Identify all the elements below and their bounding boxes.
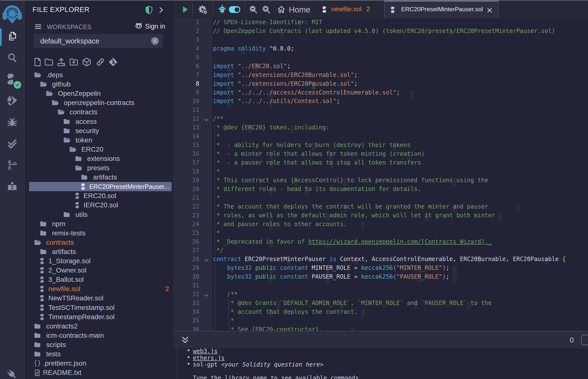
code-content[interactable]: // SPDX-License-Identifier: MIT// OpenZe… (213, 18, 588, 331)
collapse-panel-icon[interactable] (157, 6, 165, 14)
whitespace-artifact (269, 213, 273, 221)
git-clone-icon[interactable] (108, 56, 119, 68)
tree-item-extensions[interactable]: extensions (25, 154, 173, 163)
zoom-out-icon[interactable] (248, 5, 258, 14)
code-line-8: import "../extensions/ERC20Pausable.sol"… (213, 79, 588, 88)
tree-item-token[interactable]: token (25, 136, 173, 145)
bullet-dot: • (187, 361, 190, 367)
tree-item--deps[interactable]: .deps (25, 70, 173, 79)
tree-item-2-owner-sol[interactable]: 2_Owner.sol (25, 266, 173, 275)
tree-item-tests[interactable]: tests (25, 349, 173, 359)
tree-item-security[interactable]: security (25, 126, 173, 136)
terminal-panel[interactable]: •web3.js•ethers.js•sol-gpt <your Solidit… (173, 348, 588, 379)
whitespace-artifact (255, 81, 259, 90)
rail-unit-testing[interactable] (0, 134, 24, 153)
upload-file-icon[interactable] (56, 56, 67, 68)
tree-item-utils[interactable]: utils (25, 210, 173, 219)
editor-tabbar: Home newfile.sol 2 ERC20PresetMinterPaus… (173, 1, 588, 18)
shield-status-icon[interactable] (145, 6, 153, 15)
whitespace-artifact (329, 160, 333, 169)
tree-item-contracts[interactable]: contracts (25, 238, 173, 247)
tree-item-github[interactable]: github (25, 79, 173, 89)
remix-logo (2, 4, 22, 24)
tree-item-openzeppelin-contracts[interactable]: openzeppelin-contracts (25, 98, 173, 108)
tab-erc20presetminterpauser[interactable]: ERC20PresetMinterPauser.sol (384, 1, 499, 18)
rail-deploy-run[interactable] (0, 91, 24, 111)
tree-item-label: contracts (46, 238, 74, 246)
workspace-menu-icon[interactable] (34, 22, 42, 31)
tree-item-presets[interactable]: presets (25, 163, 173, 173)
close-tab-icon[interactable] (486, 7, 493, 14)
terminal-text: sol-gpt (193, 361, 221, 368)
rail-file-explorer[interactable] (0, 26, 24, 46)
whitespace-artifact (453, 266, 457, 274)
whitespace-artifact (227, 99, 231, 107)
rail-solidity-compiler[interactable] (0, 69, 24, 89)
tree-item-icm-contracts-main[interactable]: icm-contracts-main (25, 331, 173, 340)
whitespace-artifact (425, 213, 428, 221)
rail-remix-logo[interactable] (0, 4, 24, 23)
line-number: 12 (173, 114, 199, 123)
tree-item-access[interactable]: access (25, 117, 173, 126)
tree-item-ierc20-sol[interactable]: IERC20.sol (25, 201, 173, 210)
workspace-select[interactable]: default_workspace (33, 34, 163, 48)
editor-area: Home newfile.sol 2 ERC20PresetMinterPaus… (173, 1, 588, 331)
terminal-bar[interactable]: 0 (173, 331, 588, 348)
sign-in-button[interactable]: Sign in (145, 23, 165, 30)
rail-debugger[interactable] (0, 112, 24, 132)
tree-item-readme-txt[interactable]: README.txt (25, 368, 173, 377)
create-folder-icon[interactable] (43, 56, 54, 68)
tree-item-scripts[interactable]: scripts (25, 340, 173, 349)
ai-copilot-robot-icon[interactable] (217, 5, 227, 15)
tree-item-artifacts[interactable]: artifacts (25, 173, 173, 182)
tree-item-contracts2[interactable]: contracts2 (25, 322, 173, 331)
tree-item-openzeppelin[interactable]: OpenZeppelin (25, 89, 173, 98)
whitespace-artifact (340, 300, 343, 309)
tree-item-3-ballot-sol[interactable]: 3_Ballot.sol (25, 275, 173, 284)
rail-search[interactable] (0, 48, 24, 67)
fold-chevron-icon[interactable] (203, 115, 210, 124)
tree-item-1-storage-sol[interactable]: 1_Storage.sol (25, 256, 173, 266)
whitespace-artifact (227, 81, 231, 90)
code-line-14: * (213, 132, 588, 141)
tree-item-artifacts[interactable]: artifacts (25, 247, 173, 256)
rail-plugin-manager[interactable] (0, 365, 24, 379)
tree-item-timestampreader-sol[interactable]: TimestampReader.sol (25, 312, 173, 322)
terminal-text[interactable]: ethers.js (193, 355, 225, 362)
fold-chevron-icon[interactable] (203, 256, 210, 265)
tree-item-npm[interactable]: npm (25, 219, 173, 229)
tree-item-testsctimestamp-sol[interactable]: TestSCTimestamp.sol (25, 303, 173, 312)
whitespace-artifact (312, 81, 315, 90)
tree-item-erc20-sol[interactable]: ERC20.sol (25, 191, 173, 201)
tree-item-newtsreader-sol[interactable]: NewTSReader.sol (25, 294, 173, 303)
tree-item-remix-tests[interactable]: remix-tests (25, 229, 173, 238)
whitespace-artifact (326, 239, 329, 248)
upload-folder-icon[interactable] (68, 56, 79, 68)
ai-copilot-toggle[interactable] (229, 6, 240, 13)
tree-item-erc20[interactable]: ERC20 (25, 145, 173, 154)
zoom-in-icon[interactable] (262, 5, 271, 14)
file-explorer-toolbar (25, 56, 173, 68)
terminal-text[interactable]: web3.js (193, 348, 217, 355)
tree-item-label: github (52, 80, 71, 88)
expand-terminal-icon[interactable] (181, 335, 189, 345)
tree-item-contracts[interactable]: contracts (25, 108, 173, 117)
rail-git[interactable] (0, 155, 24, 175)
run-script-config-icon[interactable] (198, 5, 208, 15)
rail-learn[interactable] (0, 177, 24, 196)
ipfs-publish-icon[interactable] (81, 56, 92, 68)
file-explorer-panel: FILE EXPLORER WORKSPACES Sign in default… (25, 1, 173, 379)
terminal-scroll-button[interactable] (581, 335, 588, 345)
tree-item-newfile-sol[interactable]: newfile.sol2 (25, 284, 173, 294)
editor-gutter: 1234567891011121314151617181920212223242… (173, 18, 212, 331)
gist-link-icon[interactable] (95, 56, 106, 68)
tree-item-erc20presetminterpauser-[interactable]: ERC20PresetMinterPauser... (25, 182, 173, 191)
fold-chevron-icon[interactable] (203, 291, 210, 300)
create-file-icon[interactable] (32, 56, 43, 68)
workspaces-label: WORKSPACES (47, 23, 91, 31)
line-number: 30 (173, 272, 199, 281)
github-icon[interactable] (134, 22, 143, 31)
tree-item--prettierrc-json[interactable]: {}.prettierrc.json (25, 359, 173, 368)
whitespace-artifact (410, 90, 414, 98)
run-script-button[interactable] (181, 6, 188, 13)
